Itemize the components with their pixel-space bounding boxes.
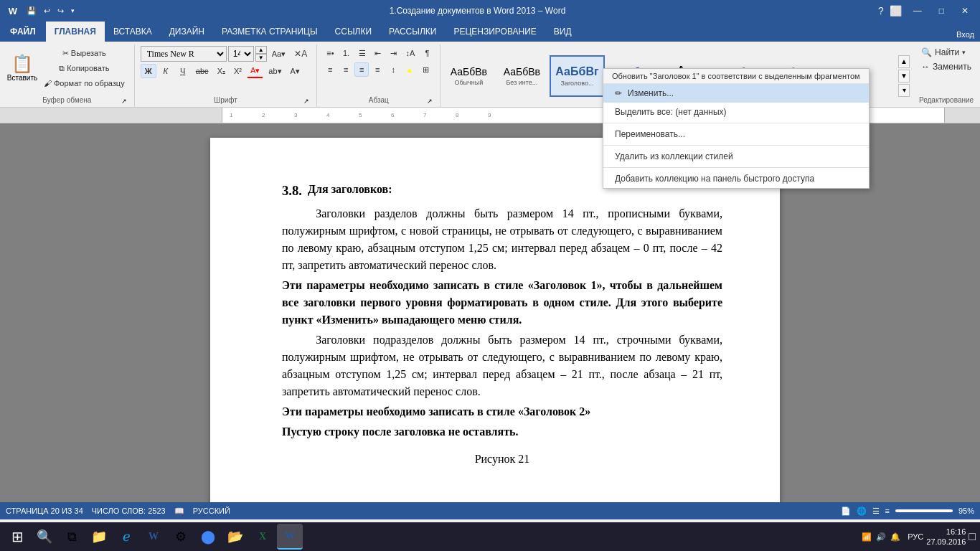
taskbar-chrome-btn[interactable]: ⬤ — [195, 524, 221, 550]
maximize-btn[interactable]: □ — [933, 0, 950, 22]
bold-btn[interactable]: Ж — [141, 64, 156, 78]
customize-quick-btn[interactable]: ▾ — [69, 7, 77, 14]
taskbar-sys-icons: 📶 🔊 🔔 — [857, 532, 905, 542]
tab-review[interactable]: РЕЦЕНЗИРОВАНИЕ — [445, 22, 545, 42]
ruler-mark-5: 5 — [359, 112, 362, 118]
taskbar-explorer-btn[interactable]: 📁 — [86, 524, 112, 550]
align-left-btn[interactable]: ≡ — [323, 62, 337, 77]
clipboard-expand-btn[interactable]: ↗ — [120, 97, 128, 105]
highlight-btn[interactable]: ab▾ — [265, 64, 285, 78]
style-normal[interactable]: АаБбВв Обычный — [443, 55, 494, 97]
section-3-8: 3.8. Для заголовков: Заголовки разделов … — [282, 181, 722, 502]
start-btn[interactable]: ⊞ — [4, 524, 30, 550]
font-name-select[interactable]: Times New R — [141, 46, 227, 62]
account-btn[interactable]: Вход — [951, 27, 980, 42]
styles-more-btn[interactable]: ▾ — [898, 84, 910, 97]
replace-btn[interactable]: ↔ Заменить — [918, 60, 974, 73]
font-size-down-btn[interactable]: ▼ — [255, 54, 267, 62]
view-print-btn[interactable]: 📄 — [841, 507, 851, 516]
language: РУССКИЙ — [193, 507, 230, 515]
menu-item-add-quickaccess[interactable]: Добавить коллекцию на панель быстрого до… — [603, 169, 869, 188]
increase-indent-btn[interactable]: ⇥ — [387, 46, 401, 60]
text-effect-btn[interactable]: A▾ — [287, 64, 303, 78]
format-painter-btn[interactable]: 🖌 Формат по образцу — [40, 76, 128, 90]
copy-btn[interactable]: ⧉ Копировать — [40, 61, 128, 75]
tab-home[interactable]: ГЛАВНАЯ — [46, 22, 105, 42]
figure-21-caption: Рисунок 21 — [282, 451, 722, 468]
title-bar: W 💾 ↩ ↪ ▾ 1.Создание документов в Word 2… — [0, 0, 980, 22]
cut-btn[interactable]: ✂ Вырезать — [40, 46, 128, 60]
font-size-select[interactable]: 14 — [228, 46, 254, 62]
align-right-btn[interactable]: ≡ — [354, 62, 369, 77]
status-right: 📄 🌐 ☰ ≡ 95% — [841, 507, 974, 516]
border-btn[interactable]: ⊞ — [418, 62, 433, 77]
change-case-btn[interactable]: Аа▾ — [268, 47, 290, 61]
styles-down-btn[interactable]: ▼ — [898, 70, 910, 83]
sort-btn[interactable]: ↕A — [402, 46, 419, 60]
save-quick-btn[interactable]: 💾 — [24, 6, 39, 16]
taskbar-right: 📶 🔊 🔔 РУС 16:16 27.09.2016 □ — [857, 527, 976, 547]
close-btn[interactable]: ✕ — [956, 0, 974, 22]
bullets-btn[interactable]: ≡• — [323, 46, 337, 60]
italic-btn[interactable]: К — [158, 64, 174, 78]
redo-quick-btn[interactable]: ↪ — [55, 6, 66, 16]
taskbar-taskview-btn[interactable]: ⧉ — [59, 524, 85, 550]
view-web-btn[interactable]: 🌐 — [857, 507, 867, 516]
shading-btn[interactable]: ▲ — [402, 62, 417, 77]
decrease-indent-btn[interactable]: ⇤ — [371, 46, 385, 60]
show-marks-btn[interactable]: ¶ — [420, 46, 434, 60]
page-count: СТРАНИЦА 20 ИЗ 34 — [6, 507, 83, 515]
font-row-1: Times New R 14 ▲ ▼ Аа▾ ✕A — [141, 46, 311, 62]
minimize-btn[interactable]: — — [908, 0, 928, 22]
line-spacing-btn[interactable]: ↕ — [386, 62, 400, 77]
volume-icon: 🔊 — [876, 532, 886, 542]
tab-mailings[interactable]: РАССЫЛКИ — [380, 22, 445, 42]
font-color-btn[interactable]: A▾ — [247, 64, 263, 78]
tab-layout[interactable]: РАЗМЕТКА СТРАНИЦЫ — [213, 22, 326, 42]
tab-file[interactable]: ФАЙЛ — [0, 22, 46, 42]
tab-view[interactable]: ВИД — [545, 22, 580, 42]
strikethrough-btn[interactable]: abc — [192, 64, 212, 78]
underline-btn[interactable]: Ч — [175, 64, 191, 78]
multilevel-btn[interactable]: ☰ — [355, 46, 369, 60]
find-btn[interactable]: 🔍 Найти ▾ — [918, 46, 969, 59]
ribbon-toggle-btn[interactable]: ⬜ — [890, 5, 902, 17]
ruler-mark-6: 6 — [391, 112, 394, 118]
zoom-slider[interactable] — [895, 509, 953, 512]
taskbar-search-btn[interactable]: 🔍 — [32, 524, 57, 550]
style-heading1[interactable]: АаБбВг Заголово... — [550, 55, 604, 97]
para-expand-btn[interactable]: ↗ — [425, 97, 434, 105]
numbering-btn[interactable]: 1. — [339, 46, 354, 60]
subscript-btn[interactable]: X₂ — [214, 64, 229, 78]
menu-item-remove[interactable]: Удалить из коллекции стилей — [603, 147, 869, 166]
notifications-btn[interactable]: □ — [969, 530, 976, 543]
taskbar-excel-btn[interactable]: X — [250, 524, 275, 550]
menu-item-select-all[interactable]: Выделить все: (нет данных) — [603, 103, 869, 121]
taskbar-files-btn[interactable]: 📂 — [222, 524, 248, 550]
menu-item-change[interactable]: ✏ Изменить... — [603, 84, 869, 103]
justify-btn[interactable]: ≡ — [370, 62, 385, 77]
font-size-up-btn[interactable]: ▲ — [255, 46, 267, 54]
view-draft-btn[interactable]: ≡ — [885, 507, 890, 515]
tab-references[interactable]: ССЫЛКИ — [326, 22, 380, 42]
taskbar-mini1-btn[interactable]: W — [141, 524, 166, 550]
taskbar-settings-btn[interactable]: ⚙ — [168, 524, 194, 550]
font-expand-btn[interactable]: ↗ — [302, 97, 311, 105]
superscript-btn[interactable]: X² — [230, 64, 245, 78]
menu-item-rename[interactable]: Переименовать... — [603, 125, 869, 143]
view-outline-btn[interactable]: ☰ — [872, 507, 880, 516]
styles-up-btn[interactable]: ▲ — [898, 55, 910, 68]
taskbar-ie-btn[interactable]: ℯ — [113, 524, 139, 550]
clear-format-btn[interactable]: ✕A — [291, 47, 311, 61]
tab-insert[interactable]: ВСТАВКА — [105, 22, 161, 42]
taskbar-word-btn[interactable]: W — [277, 524, 303, 550]
para-row-2: ≡ ≡ ≡ ≡ ↕ ▲ ⊞ — [323, 62, 433, 77]
taskview-icon: ⧉ — [67, 529, 77, 545]
ruler-mark-7: 7 — [423, 112, 426, 118]
undo-quick-btn[interactable]: ↩ — [42, 6, 52, 16]
tab-design[interactable]: ДИЗАЙН — [161, 22, 213, 42]
style-no-spacing[interactable]: АаБбВв Без инте... — [496, 55, 547, 97]
align-center-btn[interactable]: ≡ — [339, 62, 353, 77]
paste-btn[interactable]: 📋 Вставить — [6, 46, 39, 89]
help-btn[interactable]: ? — [878, 5, 884, 17]
